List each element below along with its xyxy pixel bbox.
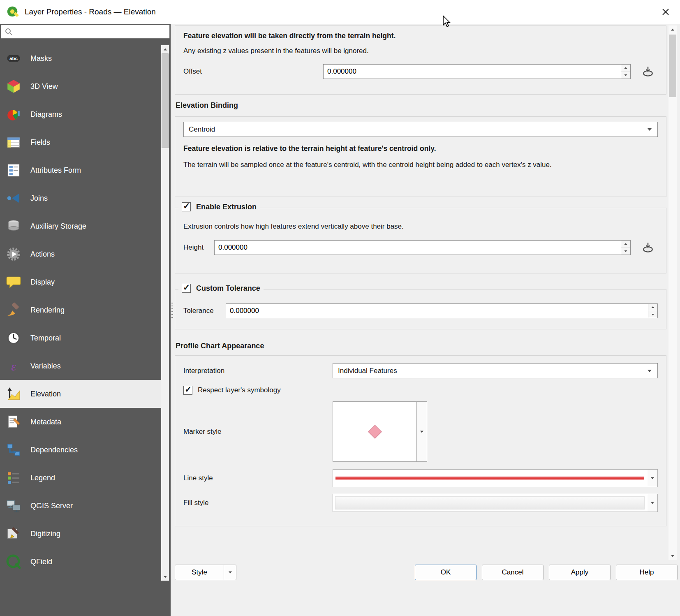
sidebar-item-label: Masks <box>30 54 52 63</box>
profile-chart-title: Profile Chart Appearance <box>176 342 666 350</box>
sidebar-item-legend[interactable]: Legend <box>0 464 161 492</box>
line-style-dropdown-button[interactable] <box>647 470 657 487</box>
sidebar-item-joins[interactable]: Joins <box>0 184 161 212</box>
custom-tolerance-label: Custom Tolerance <box>196 284 260 293</box>
sidebar-item-label: QField <box>30 558 52 566</box>
style-button-label: Style <box>175 568 224 577</box>
main-panel: Feature elevation will be taken directly… <box>171 24 680 616</box>
sidebar-item-label: Diagrams <box>30 110 62 119</box>
tolerance-input[interactable] <box>226 304 648 318</box>
sidebar-item-rendering[interactable]: Rendering <box>0 296 161 324</box>
rendering-icon <box>6 302 21 318</box>
offset-spin-buttons <box>621 65 630 79</box>
svg-text:abc: abc <box>9 56 18 61</box>
content-scroll-up-button[interactable] <box>668 25 677 34</box>
sidebar-item-qfield[interactable]: QField <box>0 548 161 576</box>
fill-style-button[interactable] <box>333 494 658 512</box>
apply-button[interactable]: Apply <box>549 565 611 580</box>
height-spin-down-button[interactable] <box>621 248 630 255</box>
auxiliary-storage-icon <box>6 218 21 234</box>
sidebar-search-input[interactable] <box>15 26 166 37</box>
qfield-icon <box>6 554 21 570</box>
window-title: Layer Properties - Roads — Elevation <box>25 7 156 16</box>
sidebar: abcMasks3D ViewDiagramsFieldsAttributes … <box>0 24 171 616</box>
cancel-button[interactable]: Cancel <box>482 565 544 580</box>
search-icon <box>5 28 13 36</box>
sidebar-item-label: Dependencies <box>30 446 78 454</box>
tolerance-spin-down-button[interactable] <box>648 311 657 318</box>
sidebar-scroll-down-button[interactable] <box>161 573 169 581</box>
style-dropdown-arrow[interactable] <box>224 565 236 580</box>
terrain-section: Feature elevation will be taken directly… <box>175 25 666 95</box>
terrain-subtext: Any existing z values present in the fea… <box>183 47 658 55</box>
sidebar-item-digitizing[interactable]: Digitizing <box>0 520 161 548</box>
sidebar-item-temporal[interactable]: Temporal <box>0 324 161 352</box>
offset-spin-up-button[interactable] <box>621 65 630 72</box>
sidebar-item-fields[interactable]: Fields <box>0 128 161 156</box>
splitter-handle[interactable] <box>171 303 173 320</box>
sidebar-scrollbar-thumb[interactable] <box>162 53 169 148</box>
svg-text:ε: ε <box>11 360 16 373</box>
height-label: Height <box>183 243 214 252</box>
close-icon <box>661 8 670 16</box>
tolerance-spin-up-button[interactable] <box>648 304 657 311</box>
enable-extrusion-section: Enable Extrusion Extrusion controls how … <box>175 208 666 273</box>
sidebar-item-label: QGIS Server <box>30 502 73 510</box>
height-input[interactable] <box>215 241 621 255</box>
ok-button[interactable]: OK <box>415 565 476 580</box>
sidebar-item-metadata[interactable]: Metadata <box>0 408 161 436</box>
chevron-down-icon <box>648 128 652 131</box>
sidebar-item-elevation[interactable]: Elevation <box>0 380 161 408</box>
sidebar-item-variables[interactable]: εVariables <box>0 352 161 380</box>
digitizing-icon <box>6 526 21 542</box>
interpretation-combobox[interactable]: Individual Features <box>333 363 658 378</box>
sidebar-item-label: Digitizing <box>30 530 60 538</box>
fill-style-preview <box>333 494 647 512</box>
marker-style-preview[interactable] <box>333 401 417 462</box>
sidebar-item-diagrams[interactable]: Diagrams <box>0 100 161 128</box>
sidebar-search-box[interactable] <box>1 25 170 39</box>
sidebar-scroll-up-button[interactable] <box>161 45 169 53</box>
marker-style-dropdown-button[interactable] <box>416 401 427 462</box>
sidebar-item-actions[interactable]: Actions <box>0 240 161 268</box>
offset-spin-down-button[interactable] <box>621 72 630 79</box>
sidebar-item-label: Variables <box>30 362 61 371</box>
sidebar-item-qgis-server[interactable]: QGIS Server <box>0 492 161 520</box>
content-scroll-down-button[interactable] <box>668 552 677 560</box>
sidebar-item-display[interactable]: Display <box>0 268 161 296</box>
fields-icon <box>6 134 21 150</box>
height-spin-up-button[interactable] <box>621 241 630 248</box>
offset-data-defined-override-button[interactable] <box>638 63 658 80</box>
sidebar-item-3d-view[interactable]: 3D View <box>0 72 161 100</box>
line-style-button[interactable] <box>333 469 658 487</box>
qgis-logo-icon <box>6 5 20 19</box>
elevation-icon <box>6 386 21 402</box>
height-data-defined-override-button[interactable] <box>638 239 658 256</box>
variables-icon: ε <box>6 358 21 374</box>
line-style-preview <box>333 470 647 487</box>
sidebar-item-masks[interactable]: abcMasks <box>0 44 161 72</box>
close-button[interactable] <box>657 3 674 21</box>
help-button[interactable]: Help <box>616 565 678 580</box>
sidebar-item-label: Elevation <box>30 390 61 398</box>
sidebar-item-dependencies[interactable]: Dependencies <box>0 436 161 464</box>
offset-input[interactable] <box>324 65 621 79</box>
custom-tolerance-checkbox[interactable] <box>182 284 191 293</box>
line-style-label: Line style <box>183 474 333 482</box>
style-button[interactable]: Style <box>175 565 236 580</box>
enable-extrusion-label: Enable Extrusion <box>196 203 257 211</box>
sidebar-item-auxiliary-storage[interactable]: Auxiliary Storage <box>0 212 161 240</box>
sidebar-item-label: Rendering <box>30 306 65 315</box>
elevation-binding-combobox[interactable]: Centroid <box>183 122 658 137</box>
sidebar-item-attributes-form[interactable]: Attributes Form <box>0 156 161 184</box>
enable-extrusion-checkbox[interactable] <box>182 202 191 211</box>
content-scrollbar-thumb[interactable] <box>669 35 676 97</box>
fill-style-dropdown-button[interactable] <box>647 494 657 512</box>
elevation-settings-content: Feature elevation will be taken directly… <box>175 25 666 526</box>
dialog-button-box: Style OK Cancel Apply Help <box>175 565 678 580</box>
sidebar-item-label: Auxiliary Storage <box>30 222 86 231</box>
respect-symbology-checkbox[interactable] <box>183 386 192 395</box>
sidebar-item-label: Temporal <box>30 334 61 343</box>
actions-icon <box>6 246 21 262</box>
sidebar-item-label: 3D View <box>30 82 58 91</box>
